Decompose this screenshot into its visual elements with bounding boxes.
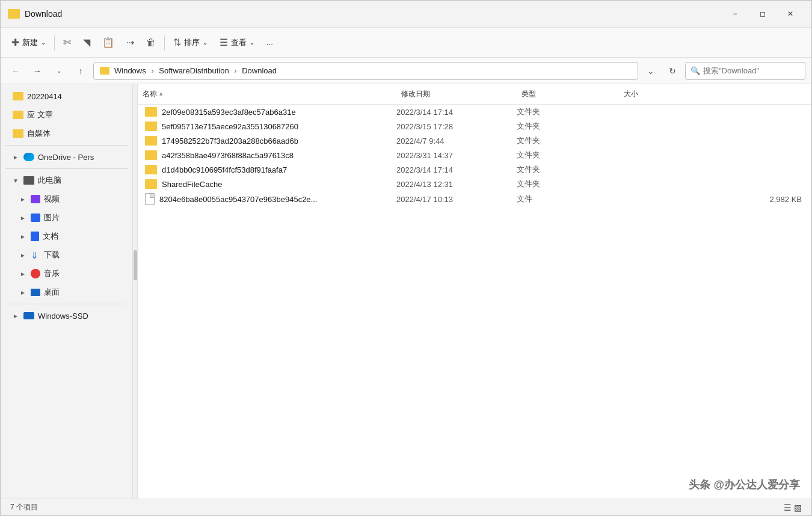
col-header-name[interactable]: 名称 ∧ [138,87,396,102]
paste-button[interactable]: 📋 [97,34,119,51]
col-header-size[interactable]: 大小 [619,87,811,102]
sidebar-scroll-thumb [134,250,137,280]
list-view-icon[interactable]: ☰ [784,503,792,512]
sidebar-item-yingwenzhang[interactable]: 应 文章 [3,106,130,124]
table-row[interactable]: 2ef09e08315a593ec3af8ec57ab6a31e 2022/3/… [138,105,811,119]
file-type: 文件夹 [517,164,619,175]
address-folder-icon [100,67,109,75]
sidebar-item-20220414[interactable]: 20220414 [3,87,130,105]
new-chevron-icon: ⌄ [41,39,46,46]
cut-button[interactable]: ✄ [58,34,76,51]
sidebar-scrollbar[interactable] [133,84,138,499]
window-controls: − ◻ ✕ [721,4,804,23]
onedrive-icon [23,153,34,161]
copy-icon: ◥ [83,37,90,48]
sidebar-item-label: 20220414 [27,92,62,101]
up-button[interactable]: ↑ [72,62,90,80]
col-header-date[interactable]: 修改日期 [396,87,517,102]
file-name: d1d4bb0c910695f4fcf53d8f91faafa7 [162,165,287,174]
delete-button[interactable]: 🗑 [141,34,161,51]
download-icon: ⇓ [31,250,40,260]
sidebar-item-onedrive[interactable]: ► OneDrive - Pers [3,148,130,166]
sidebar-item-video[interactable]: ► 视频 [3,190,130,208]
back-button[interactable]: ← [7,62,25,80]
status-bar: 7 个项目 ☰ ▧ [1,499,811,515]
sidebar-item-windows-ssd[interactable]: ► Windows-SSD [3,307,130,325]
file-name: 2ef09e08315a593ec3af8ec57ab6a31e [162,108,296,117]
forward-button[interactable]: → [28,62,46,80]
expand-arrow-icon: ► [20,252,27,259]
search-input[interactable] [703,66,800,75]
refresh-button[interactable]: ↻ [663,62,681,80]
table-row[interactable]: 8204e6ba8e0055ac9543707e963be945c2e... 2… [138,191,811,207]
sidebar-item-label: 图片 [44,212,60,223]
paste-icon: 📋 [102,37,114,48]
sort-button[interactable]: ⇅ 排序 ⌄ [168,34,212,51]
folder-icon [145,165,157,174]
sidebar-item-label: 下载 [44,250,60,260]
sidebar-item-download[interactable]: ► ⇓ 下载 [3,246,130,264]
folder-icon [145,107,157,117]
minimize-button[interactable]: − [721,4,749,23]
view-button[interactable]: ☰ 查看 ⌄ [215,34,259,51]
table-row[interactable]: d1d4bb0c910695f4fcf53d8f91faafa7 2022/3/… [138,162,811,177]
folder-icon [13,92,23,100]
share-button[interactable]: ⇢ [121,34,139,51]
file-type: 文件夹 [517,179,619,189]
address-dropdown-button[interactable]: ⌄ [642,62,660,80]
table-row[interactable]: 5ef095713e715aece92a355130687260 2022/3/… [138,119,811,134]
address-path: Windows › SoftwareDistribution › Downloa… [114,66,277,75]
file-date: 2022/3/14 17:14 [396,165,517,174]
sidebar-item-label: 应 文章 [27,109,53,120]
addressbar-row: ← → ⌄ ↑ Windows › SoftwareDistribution ›… [1,58,811,84]
window-folder-icon [8,9,20,19]
sidebar-item-image[interactable]: ► 图片 [3,209,130,227]
file-icon [145,193,155,205]
copy-button[interactable]: ◥ [78,34,95,51]
image-icon [31,213,40,222]
hdd-icon [23,312,34,319]
window: Download − ◻ ✕ ✚ 新建 ⌄ ✄ ◥ 📋 ⇢ 🗑 [0,0,812,516]
file-area: 名称 ∧ 修改日期 类型 大小 2ef09e08315a593ec3af8ec5… [138,84,811,499]
file-name: 1749582522b7f3ad203a288cb66aad6b [162,137,298,146]
close-button[interactable]: ✕ [777,4,804,23]
folder-icon [145,179,157,189]
grid-view-icon[interactable]: ▧ [794,503,802,512]
maximize-button[interactable]: ◻ [749,4,777,23]
pc-icon [23,176,34,185]
view-label: 查看 [231,37,247,48]
sidebar-item-music[interactable]: ► 音乐 [3,265,130,283]
sidebar-item-label: 此电脑 [38,175,61,186]
sidebar-item-desktop[interactable]: ► 桌面 [3,283,130,301]
sidebar-item-zimt[interactable]: 自媒体 [3,124,130,143]
address-bar[interactable]: Windows › SoftwareDistribution › Downloa… [93,62,638,80]
recent-button[interactable]: ⌄ [50,62,68,80]
sidebar-item-label: 音乐 [44,268,60,279]
file-list-header: 名称 ∧ 修改日期 类型 大小 [138,84,811,105]
search-box[interactable]: 🔍 [685,62,805,80]
sidebar-item-this-pc[interactable]: ▼ 此电脑 [3,171,130,189]
expand-arrow-icon: ► [20,196,27,203]
doc-icon [31,232,39,241]
table-row[interactable]: 1749582522b7f3ad203a288cb66aad6b 2022/4/… [138,134,811,148]
col-header-type[interactable]: 类型 [517,87,619,102]
more-button[interactable]: ... [262,35,278,50]
col-date-label: 修改日期 [401,89,430,99]
sidebar-item-label: 视频 [44,194,60,204]
sort-chevron-icon: ⌄ [203,39,208,46]
view-icon: ☰ [220,37,228,48]
file-date: 2022/3/15 17:28 [396,122,517,131]
file-type: 文件夹 [517,150,619,161]
table-row[interactable]: SharedFileCache 2022/4/13 12:31 文件夹 [138,177,811,191]
new-button[interactable]: ✚ 新建 ⌄ [7,34,51,51]
share-icon: ⇢ [126,37,134,48]
music-icon [31,269,40,278]
file-type: 文件夹 [517,121,619,132]
table-row[interactable]: a42f358b8ae4973f68f88ac5a97613c8 2022/3/… [138,148,811,162]
sidebar-item-label: 桌面 [44,287,60,298]
sidebar-separator-1 [5,145,128,146]
col-type-label: 类型 [521,89,536,99]
sidebar-item-doc[interactable]: ► 文档 [3,227,130,245]
file-type: 文件 [517,194,619,204]
folder-icon [145,136,157,146]
